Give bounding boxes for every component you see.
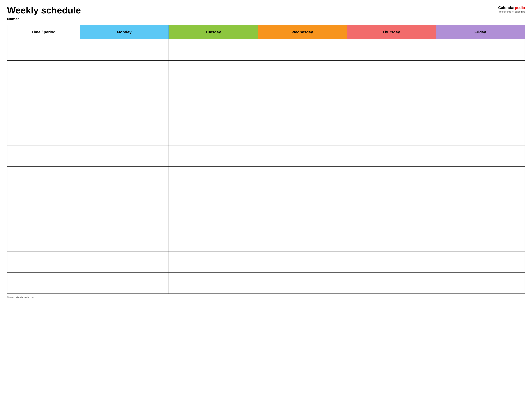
cell-row3-col1[interactable] [80,103,169,124]
table-row [7,188,525,209]
cell-row11-col0[interactable] [7,272,80,294]
cell-row3-col5[interactable] [436,103,525,124]
page-header: Weekly schedule Name: Calendarpedia Your… [7,5,525,21]
cell-row5-col3[interactable] [258,145,347,166]
cell-row1-col4[interactable] [347,60,436,82]
cell-row11-col5[interactable] [436,272,525,294]
cell-row8-col1[interactable] [80,209,169,230]
cell-row8-col0[interactable] [7,209,80,230]
table-row [7,39,525,60]
cell-row3-col2[interactable] [169,103,258,124]
table-row [7,209,525,230]
cell-row7-col5[interactable] [436,188,525,209]
cell-row5-col1[interactable] [80,145,169,166]
cell-row1-col5[interactable] [436,60,525,82]
col-header-monday: Monday [80,25,169,39]
cell-row9-col1[interactable] [80,230,169,251]
table-header-row: Time / period Monday Tuesday Wednesday T… [7,25,525,39]
cell-row9-col0[interactable] [7,230,80,251]
cell-row11-col3[interactable] [258,272,347,294]
cell-row3-col3[interactable] [258,103,347,124]
cell-row7-col3[interactable] [258,188,347,209]
cell-row4-col3[interactable] [258,124,347,145]
cell-row6-col2[interactable] [169,166,258,188]
cell-row9-col5[interactable] [436,230,525,251]
cell-row1-col3[interactable] [258,60,347,82]
logo-tagline: Your source for calendars [498,10,525,13]
cell-row6-col0[interactable] [7,166,80,188]
cell-row2-col4[interactable] [347,82,436,103]
cell-row2-col2[interactable] [169,82,258,103]
cell-row4-col1[interactable] [80,124,169,145]
cell-row4-col2[interactable] [169,124,258,145]
cell-row8-col2[interactable] [169,209,258,230]
cell-row5-col4[interactable] [347,145,436,166]
cell-row5-col5[interactable] [436,145,525,166]
cell-row4-col4[interactable] [347,124,436,145]
table-row [7,166,525,188]
cell-row10-col0[interactable] [7,251,80,272]
cell-row4-col0[interactable] [7,124,80,145]
footer-text: © www.calendarpedia.com [7,296,34,299]
cell-row5-col0[interactable] [7,145,80,166]
cell-row8-col4[interactable] [347,209,436,230]
cell-row8-col5[interactable] [436,209,525,230]
cell-row0-col5[interactable] [436,39,525,60]
cell-row11-col4[interactable] [347,272,436,294]
cell-row11-col2[interactable] [169,272,258,294]
logo-calendar-text: Calendar [498,6,515,10]
logo-section: Calendarpedia Your source for calendars [498,5,525,13]
cell-row1-col2[interactable] [169,60,258,82]
name-label: Name: [7,17,81,21]
table-row [7,82,525,103]
logo-text: Calendarpedia [498,5,525,10]
cell-row0-col4[interactable] [347,39,436,60]
col-header-tuesday: Tuesday [169,25,258,39]
col-header-time: Time / period [7,25,80,39]
cell-row8-col3[interactable] [258,209,347,230]
cell-row9-col2[interactable] [169,230,258,251]
table-row [7,272,525,294]
table-row [7,60,525,82]
cell-row2-col0[interactable] [7,82,80,103]
cell-row10-col2[interactable] [169,251,258,272]
cell-row2-col1[interactable] [80,82,169,103]
page-title: Weekly schedule [7,5,81,15]
col-header-thursday: Thursday [347,25,436,39]
cell-row6-col4[interactable] [347,166,436,188]
table-row [7,124,525,145]
table-row [7,103,525,124]
cell-row7-col4[interactable] [347,188,436,209]
cell-row7-col0[interactable] [7,188,80,209]
cell-row2-col3[interactable] [258,82,347,103]
cell-row7-col2[interactable] [169,188,258,209]
cell-row3-col4[interactable] [347,103,436,124]
cell-row9-col4[interactable] [347,230,436,251]
logo-pedia-text: pedia [515,6,525,10]
cell-row7-col1[interactable] [80,188,169,209]
col-header-friday: Friday [436,25,525,39]
cell-row4-col5[interactable] [436,124,525,145]
cell-row0-col0[interactable] [7,39,80,60]
cell-row10-col3[interactable] [258,251,347,272]
cell-row1-col0[interactable] [7,60,80,82]
cell-row10-col5[interactable] [436,251,525,272]
col-header-wednesday: Wednesday [258,25,347,39]
cell-row0-col3[interactable] [258,39,347,60]
cell-row6-col5[interactable] [436,166,525,188]
cell-row0-col1[interactable] [80,39,169,60]
footer: © www.calendarpedia.com [7,296,525,299]
cell-row3-col0[interactable] [7,103,80,124]
cell-row5-col2[interactable] [169,145,258,166]
table-row [7,251,525,272]
cell-row11-col1[interactable] [80,272,169,294]
cell-row0-col2[interactable] [169,39,258,60]
cell-row2-col5[interactable] [436,82,525,103]
cell-row9-col3[interactable] [258,230,347,251]
cell-row6-col3[interactable] [258,166,347,188]
cell-row10-col1[interactable] [80,251,169,272]
table-row [7,230,525,251]
cell-row6-col1[interactable] [80,166,169,188]
cell-row1-col1[interactable] [80,60,169,82]
cell-row10-col4[interactable] [347,251,436,272]
